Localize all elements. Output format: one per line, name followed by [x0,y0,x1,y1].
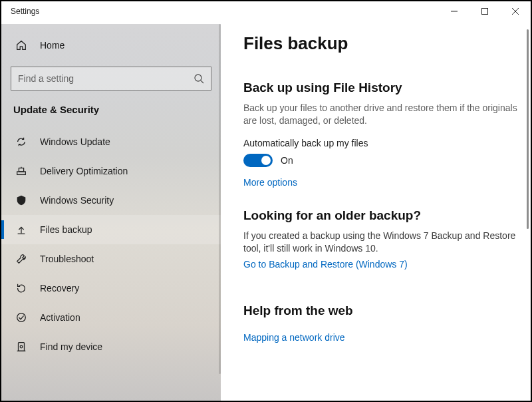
nav-files-backup[interactable]: Files backup [1,215,221,244]
maximize-button[interactable] [469,1,500,21]
help-link[interactable]: Mapping a network drive [243,332,345,343]
svg-rect-1 [482,9,488,15]
titlebar: Settings [1,1,531,24]
minimize-button[interactable] [439,1,469,21]
nav-home-label: Home [40,40,65,51]
nav-find-my-device[interactable]: Find my device [1,332,221,361]
nav-recovery[interactable]: Recovery [1,274,221,303]
section-help-heading: Help from the web [243,303,523,318]
nav-delivery-optimization[interactable]: Delivery Optimization [1,156,221,186]
toggle-knob [261,156,271,165]
close-button[interactable] [500,1,531,21]
nav-windows-security[interactable]: Windows Security [1,186,221,215]
nav-troubleshoot[interactable]: Troubleshoot [1,244,221,274]
nav-label: Windows Security [40,195,114,206]
nav-label: Delivery Optimization [40,166,128,176]
svg-point-11 [20,345,23,348]
nav-label: Troubleshoot [40,254,94,264]
sidebar: Home Update & Security [1,24,221,401]
nav-windows-update[interactable]: Windows Update [1,127,221,156]
window-controls [439,1,531,21]
backup-icon [15,223,28,236]
nav-home[interactable]: Home [1,31,221,60]
section-file-history-heading: Back up using File History [243,81,523,95]
shield-icon [15,194,28,207]
search-box[interactable] [11,67,211,91]
svg-rect-10 [19,343,25,351]
toggle-caption: Automatically back up my files [243,138,523,148]
section-older-backup-heading: Looking for an older backup? [243,208,523,223]
section-older-backup-desc: If you created a backup using the Window… [243,230,523,256]
check-circle-icon [15,311,28,324]
search-input[interactable] [18,73,194,84]
search-icon [194,73,204,84]
recovery-icon [15,282,28,295]
toggle-state-label: On [281,155,293,166]
auto-backup-toggle[interactable] [243,154,273,167]
window-title: Settings [1,1,439,16]
svg-point-4 [195,75,201,81]
nav-label: Activation [40,312,80,323]
sync-icon [15,135,28,148]
svg-rect-7 [19,168,23,172]
sidebar-category: Update & Security [1,104,221,127]
nav-label: Windows Update [40,136,110,147]
nav-label: Files backup [40,224,92,235]
content-pane: Files backup Back up using File History … [221,24,531,401]
page-title: Files backup [243,33,523,54]
svg-point-9 [17,313,26,322]
location-icon [15,340,28,353]
section-file-history-desc: Back up your files to another drive and … [243,102,523,127]
more-options-link[interactable]: More options [243,177,297,188]
delivery-icon [15,164,28,178]
nav-activation[interactable]: Activation [1,303,221,332]
backup-restore-link[interactable]: Go to Backup and Restore (Windows 7) [243,259,408,270]
svg-rect-6 [17,172,26,175]
home-icon [15,39,28,52]
wrench-icon [15,252,28,266]
nav-label: Find my device [40,341,102,352]
nav-label: Recovery [40,283,79,294]
settings-window: Settings Home [1,1,531,401]
svg-line-5 [201,81,203,83]
content-scrollbar[interactable] [527,29,529,229]
